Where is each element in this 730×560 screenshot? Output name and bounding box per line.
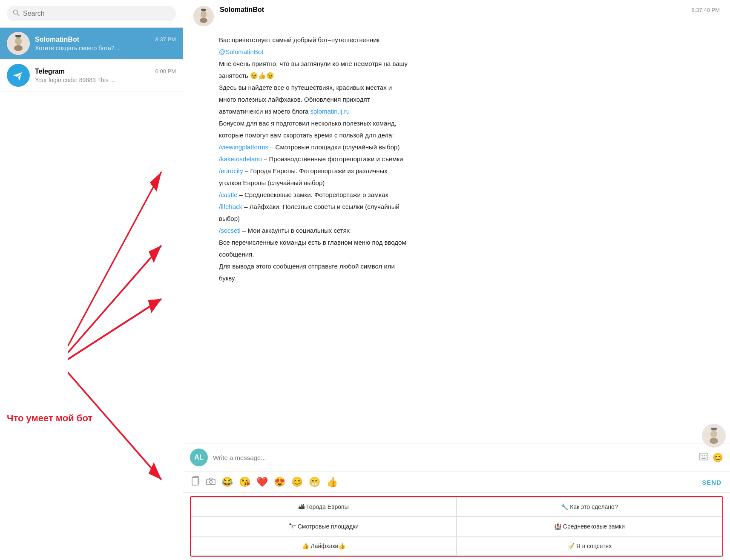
msg-line7: автоматичекси из моего блога solomatin.l… — [219, 106, 509, 117]
chat-info-telegram: Telegram 6:00 PM Your login code: 89883 … — [35, 68, 176, 83]
svg-point-32 — [210, 480, 213, 483]
bot-name-header: SolomatinBot — [220, 6, 264, 14]
msg-cmd2: /kaketosdelano – Производственные фоторе… — [219, 154, 509, 164]
emoji-icon[interactable]: 😊 — [713, 452, 723, 463]
message-bubble: Вас приветствует самый добрый бот–путеше… — [219, 35, 509, 283]
emoji-eyes[interactable]: 😍 — [274, 477, 285, 488]
svg-rect-26 — [704, 457, 705, 457]
message-input[interactable] — [213, 454, 694, 461]
chat-name-solomatinbot: SolomatinBot — [35, 36, 79, 43]
msg-line8: Бонусом для вас я подготовил несколько п… — [219, 118, 509, 129]
emoji-laugh[interactable]: 😂 — [221, 477, 233, 488]
user-avatar: AL — [190, 449, 208, 466]
chat-header-row: SolomatinBot 8:37:40 PM — [183, 0, 730, 26]
svg-rect-31 — [207, 479, 215, 485]
msg-line12: Все перечисленные команды есть в главном… — [219, 237, 509, 248]
msg-line13: сообщения. — [219, 249, 509, 260]
messages-area: Вас приветствует самый добрый бот–путеше… — [183, 26, 730, 443]
msg-line6: много полезных лайфхаков. Обновления при… — [219, 94, 509, 105]
svg-line-1 — [17, 14, 20, 16]
chat-preview-telegram: Your login code: 89883 This ... — [35, 77, 176, 83]
svg-rect-28 — [701, 458, 706, 459]
msg-line2: @SolomatinBot — [219, 47, 509, 57]
avatar-solomatinbot — [7, 32, 30, 55]
msg-line4: занятость 😉👍😉 — [219, 71, 509, 81]
chat-item-solomatinbot[interactable]: SolomatinBot 8:37 PM Хотите создать свое… — [0, 28, 183, 60]
send-button[interactable]: SEND — [702, 479, 721, 486]
svg-point-35 — [710, 438, 718, 444]
bot-avatar-header — [193, 6, 214, 26]
svg-line-8 — [68, 172, 161, 346]
msg-line15: букву. — [219, 273, 509, 283]
svg-rect-38 — [711, 428, 717, 429]
bot-avatar-decoration — [702, 424, 726, 449]
msg-line14: Для вывода этого сообщения отправьте люб… — [219, 261, 509, 271]
msg-cmd3: /eurocity – Города Европы. Фоторепортажи… — [219, 166, 509, 176]
svg-line-9 — [68, 246, 161, 353]
chat-name-telegram: Telegram — [35, 68, 65, 75]
svg-rect-27 — [706, 457, 707, 457]
svg-rect-30 — [192, 477, 198, 485]
msg-line3: Мне очень приятно, что вы заглянули ко м… — [219, 59, 509, 69]
msg-cmd5: /lifehack – Лайфхаки. Полезные советы и … — [219, 202, 509, 212]
annotation-arrows — [0, 91, 183, 560]
search-bar — [0, 0, 183, 28]
svg-rect-22 — [704, 455, 705, 456]
bot-menu-btn-5[interactable]: 👍 Лайфхаки👍 — [191, 536, 457, 556]
avatar-telegram — [7, 64, 30, 87]
bot-menu: 🏙 Города Европы 🔧 Как это сделано? 🔭 Смо… — [190, 496, 723, 557]
emoji-smile[interactable]: 😊 — [291, 477, 303, 488]
search-input-wrapper[interactable] — [7, 6, 176, 21]
msg-cmd1: /viewingplatforms – Смотровые площадки (… — [219, 142, 509, 152]
msg-line1: Вас приветствует самый добрый бот–путеше… — [219, 35, 509, 45]
toolbar-row: 😂 😘 ❤️ 😍 😊 😁 👍 SEND — [183, 472, 730, 493]
svg-rect-25 — [702, 457, 703, 457]
msg-line9: которые помогут вам скоротать время с по… — [219, 130, 509, 140]
input-row: AL — [183, 443, 730, 472]
svg-rect-21 — [702, 455, 703, 456]
annotation-text: Что умеет мой бот — [7, 413, 92, 424]
right-panel: SolomatinBot 8:37:40 PM Вас приветствует… — [183, 0, 730, 560]
message-timestamp: 8:37:40 PM — [692, 7, 720, 13]
svg-rect-23 — [706, 455, 707, 456]
svg-rect-20 — [701, 455, 701, 456]
message-text: Вас приветствует самый добрый бот–путеше… — [219, 35, 509, 283]
chat-info-solomatinbot: SolomatinBot 8:37 PM Хотите создать свое… — [35, 36, 176, 51]
bot-menu-btn-4[interactable]: 🏰 Средневековые замки — [457, 517, 722, 536]
bot-menu-btn-3[interactable]: 🔭 Смотровые площадки — [191, 517, 457, 536]
svg-rect-18 — [201, 9, 206, 11]
chat-preview-solomatinbot: Хотите создать своего бота?... — [35, 45, 176, 51]
bot-menu-btn-2[interactable]: 🔧 Как это сделано? — [457, 497, 722, 517]
svg-rect-24 — [701, 457, 701, 457]
msg-cmd4: /castle – Средневековые замки. Фоторепор… — [219, 190, 509, 200]
svg-rect-7 — [15, 35, 21, 37]
input-icons: 😊 — [699, 452, 723, 463]
msg-line11: выбор) — [219, 214, 509, 224]
chat-time-solomatinbot: 8:37 PM — [155, 36, 176, 43]
emoji-heart[interactable]: ❤️ — [256, 477, 268, 488]
message-header-info: SolomatinBot 8:37:40 PM — [220, 6, 720, 14]
annotation-area: Что умеет мой бот — [0, 91, 183, 560]
svg-point-4 — [14, 45, 23, 51]
attachment-icon[interactable] — [192, 476, 200, 488]
bot-menu-btn-6[interactable]: 📝 Я в соцсетях — [457, 536, 722, 556]
emoji-thumbs[interactable]: 👍 — [326, 477, 338, 488]
svg-point-15 — [200, 18, 207, 23]
blog-link[interactable]: solomatin.lj.ru — [310, 108, 350, 115]
emoji-kiss[interactable]: 😘 — [239, 477, 250, 488]
emoji-grin[interactable]: 😁 — [309, 477, 320, 488]
input-area: AL — [183, 443, 730, 560]
svg-line-10 — [68, 299, 161, 360]
sidebar: SolomatinBot 8:37 PM Хотите создать свое… — [0, 0, 183, 560]
svg-line-11 — [68, 373, 161, 480]
bot-menu-btn-1[interactable]: 🏙 Города Европы — [191, 497, 457, 517]
msg-line10: уголков Европы (случайный выбор) — [219, 178, 509, 188]
msg-cmd6: /socseti – Мои аккаунты в социальных сет… — [219, 226, 509, 236]
msg-line5: Здесь вы найдете все о путешествиях, кра… — [219, 83, 509, 93]
search-input[interactable] — [23, 10, 170, 17]
chat-item-telegram[interactable]: Telegram 6:00 PM Your login code: 89883 … — [0, 60, 183, 91]
keyboard-icon[interactable] — [699, 453, 708, 463]
camera-icon[interactable] — [206, 477, 216, 488]
chat-time-telegram: 6:00 PM — [155, 68, 176, 74]
search-icon — [13, 9, 20, 18]
